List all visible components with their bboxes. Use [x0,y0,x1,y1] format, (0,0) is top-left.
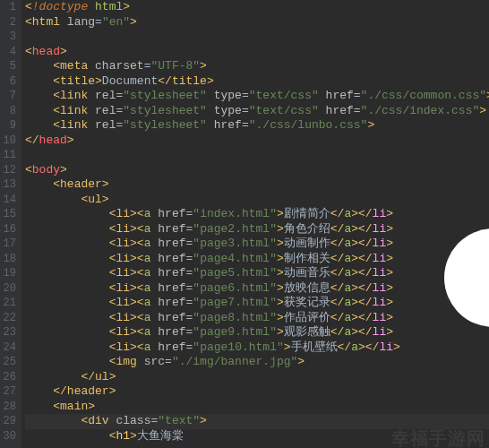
code-line[interactable]: <li><a href="page10.html">手机壁纸</a></li> [25,340,489,356]
line-number: 28 [2,400,16,415]
line-number: 30 [2,429,16,444]
line-number: 24 [2,340,16,356]
line-number: 3 [2,30,16,45]
code-line[interactable]: <li><a href="page5.html">动画音乐</a></li> [25,266,489,281]
line-number: 14 [2,193,16,208]
code-line[interactable]: <h1>大鱼海棠 [25,429,489,444]
line-number: 18 [2,252,16,267]
line-number: 11 [2,148,16,163]
code-line[interactable]: <meta charset="UTF-8"> [25,59,489,74]
line-number: 20 [2,281,16,297]
line-number: 25 [2,355,16,370]
line-number: 26 [2,370,16,385]
line-number: 23 [2,325,16,340]
code-line[interactable]: <li><a href="index.html">剧情简介</a></li> [25,207,489,222]
code-line[interactable]: <html lang="en"> [25,15,489,30]
line-number: 17 [2,237,16,252]
line-number: 15 [2,207,16,222]
line-number: 16 [2,222,16,237]
code-line[interactable]: <img src="./img/banner.jpg"> [25,355,489,370]
line-number: 9 [2,118,16,134]
line-number: 6 [2,74,16,90]
code-line[interactable]: <link rel="stylesheet" type="text/css" h… [25,89,489,104]
line-number: 27 [2,384,16,400]
code-line[interactable]: <body> [25,163,489,178]
line-number: 29 [2,414,16,429]
code-line[interactable]: <link rel="stylesheet" href="./css/lunbo… [25,118,489,134]
code-line[interactable]: <li><a href="page7.html">获奖记录</a></li> [25,296,489,311]
code-area[interactable]: <!doctype html><html lang="en"><head> <m… [21,0,489,448]
line-number: 7 [2,89,16,104]
code-line[interactable]: <div class="text"> [25,414,489,429]
code-line[interactable]: <li><a href="page6.html">放映信息</a></li> [25,281,489,297]
code-editor[interactable]: 1234567891011121314151617181920212223242… [0,0,489,448]
line-number: 10 [2,134,16,149]
code-line[interactable]: <li><a href="page3.html">动画制作</a></li> [25,237,489,252]
code-line[interactable]: <li><a href="page4.html">制作相关</a></li> [25,252,489,267]
code-line[interactable]: <li><a href="page8.html">作品评价</a></li> [25,311,489,326]
line-number: 8 [2,104,16,119]
line-number: 12 [2,163,16,178]
line-number: 4 [2,45,16,60]
code-line[interactable]: <title>Document</title> [25,74,489,90]
line-number: 19 [2,266,16,281]
code-line[interactable]: <ul> [25,193,489,208]
code-line[interactable]: </head> [25,134,489,149]
code-line[interactable]: <head> [25,45,489,60]
line-number: 22 [2,311,16,326]
code-line[interactable]: </ul> [25,370,489,385]
code-line[interactable]: <li><a href="page2.html">角色介绍</a></li> [25,222,489,237]
line-number-gutter: 1234567891011121314151617181920212223242… [0,0,21,448]
line-number: 1 [2,0,16,15]
code-line[interactable]: <main> [25,400,489,415]
line-number: 21 [2,296,16,311]
code-line[interactable] [25,148,489,163]
code-line[interactable]: </header> [25,384,489,400]
code-line[interactable]: <link rel="stylesheet" type="text/css" h… [25,104,489,119]
line-number: 2 [2,15,16,30]
code-line[interactable]: <header> [25,177,489,193]
line-number: 5 [2,59,16,74]
code-line[interactable]: <!doctype html> [25,0,489,15]
code-line[interactable]: <li><a href="page9.html">观影感触</a></li> [25,325,489,340]
code-line[interactable] [25,30,489,45]
line-number: 13 [2,177,16,193]
